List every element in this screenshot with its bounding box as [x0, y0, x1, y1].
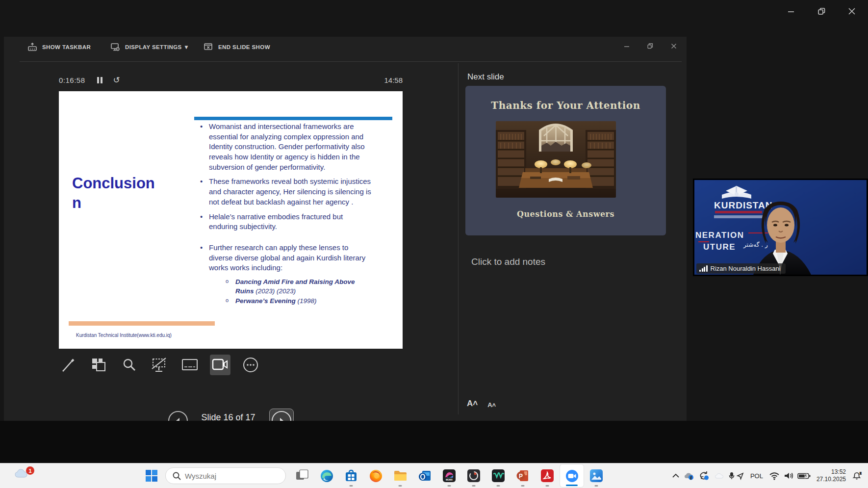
taskbar-app-powerpoint[interactable]: P — [511, 464, 535, 488]
taskbar-app-store[interactable] — [339, 464, 363, 488]
taskbar-app-explorer[interactable] — [388, 464, 412, 488]
tray-time: 13:52 — [817, 468, 846, 476]
presenter-window-controls — [622, 42, 679, 51]
notes-placeholder: Click to add notes — [471, 257, 545, 267]
webcam-overlay[interactable]: KURDISTAN NERATION UTURE ر . گەشتر — [693, 179, 868, 276]
works-list: Dancing Amid Fire and Raising Above Ruin… — [198, 278, 373, 306]
notes-font-buttons: A˄ A˄ — [467, 399, 496, 409]
task-view-button[interactable] — [290, 464, 314, 488]
close-icon[interactable] — [842, 4, 861, 19]
presenter-close-icon[interactable] — [669, 42, 679, 51]
minimize-icon[interactable] — [782, 4, 800, 19]
current-slide[interactable]: Conclusion n Womanist and intersectional… — [59, 91, 403, 349]
next-slide-title: Thanks for Your Attention — [465, 100, 666, 111]
pen-tool-icon[interactable] — [58, 355, 78, 375]
presenter-restore-icon[interactable] — [645, 42, 655, 51]
toolbar-divider — [20, 61, 682, 62]
zoom-slide-icon[interactable] — [119, 355, 139, 375]
captions-icon[interactable] — [179, 355, 200, 375]
display-settings-button[interactable]: DISPLAY SETTINGS ▼ — [110, 43, 189, 51]
more-options-icon[interactable] — [240, 355, 261, 375]
taskbar-app-edge[interactable] — [314, 464, 339, 488]
taskbar-search[interactable] — [165, 467, 286, 484]
current-clock-time: 14:58 — [384, 76, 403, 84]
m365-label: M365 — [446, 478, 453, 481]
participant-name: Rizan Nouraldin Hassani — [711, 265, 781, 272]
notification-badge: 1 — [26, 466, 34, 475]
taskbar-app-firefox[interactable] — [363, 464, 388, 488]
decrease-font-button[interactable]: A˄ — [487, 401, 496, 409]
all-slides-icon[interactable] — [88, 355, 109, 375]
system-tray: i POL 13:52 27.10.2025 z — [672, 463, 862, 488]
sync-icon[interactable] — [698, 471, 710, 481]
black-screen-icon[interactable] — [149, 355, 170, 375]
bullet-1: Womanist and intersectional frameworks a… — [198, 122, 373, 172]
taskbar-app-zoom[interactable] — [560, 464, 584, 488]
end-slide-show-label: END SLIDE SHOW — [218, 44, 270, 50]
battery-icon[interactable] — [797, 472, 811, 480]
camera-toggle-icon[interactable] — [210, 355, 230, 375]
notes-area[interactable]: Click to add notes — [471, 257, 677, 394]
column-divider — [458, 63, 459, 414]
bullet-2: These frameworks reveal both systemic in… — [198, 177, 373, 207]
bullet-4: Further research can apply these lenses … — [198, 243, 373, 273]
svg-text:z: z — [860, 471, 862, 475]
timer-row: 0:16:58 ↺ 14:58 — [59, 76, 403, 84]
taskbar-app-webex[interactable] — [486, 464, 511, 488]
taskbar-app-obs[interactable] — [461, 464, 486, 488]
taskbar-app-photos[interactable] — [584, 464, 609, 488]
library-image — [496, 121, 616, 198]
outer-window-controls — [782, 4, 861, 19]
webcam-video: KURDISTAN NERATION UTURE ر . گەشتر — [694, 180, 867, 275]
next-slide-label: Next slide — [467, 72, 504, 82]
end-slide-show-button[interactable]: END SLIDE SHOW — [204, 43, 270, 51]
wifi-icon[interactable] — [769, 472, 780, 480]
display-settings-icon — [110, 43, 120, 51]
search-input[interactable] — [185, 472, 268, 480]
slide-accent-bar-orange — [69, 321, 215, 326]
bullet-3: Helale’s narrative embodies fractured bu… — [198, 212, 373, 232]
signal-bars-icon — [699, 265, 708, 272]
restore-icon[interactable] — [812, 4, 831, 19]
restart-timer-icon[interactable]: ↺ — [113, 77, 120, 83]
clock-date[interactable]: 13:52 27.10.2025 — [815, 468, 848, 483]
tray-chevron-icon[interactable] — [672, 473, 680, 478]
taskbar-app-outlook[interactable] — [412, 464, 437, 488]
notification-bell-icon[interactable]: z — [851, 471, 862, 481]
pause-timer-icon[interactable] — [97, 77, 102, 83]
presenter-view-window: SHOW TASKBAR DISPLAY SETTINGS ▼ END SLID… — [4, 37, 687, 421]
presenter-minimize-icon[interactable] — [622, 42, 632, 51]
windows-logo-icon — [145, 469, 158, 482]
mic-location-icons[interactable] — [729, 471, 744, 480]
onedrive-info-icon[interactable]: i — [683, 471, 695, 480]
next-slide-subtitle: Questions & Answers — [465, 209, 666, 219]
work-item-2: Perwane’s Evening (1998) — [226, 297, 373, 306]
volume-icon[interactable] — [783, 471, 794, 480]
taskbar-app-acrobat[interactable] — [535, 464, 560, 488]
participant-name-tag: Rizan Nouraldin Hassani — [696, 263, 786, 274]
slide-footer-text: Kurdistan Technical Institute(www.kti.ed… — [76, 333, 172, 338]
elapsed-time: 0:16:58 — [59, 76, 85, 84]
show-taskbar-icon — [27, 43, 37, 51]
show-taskbar-label: SHOW TASKBAR — [42, 44, 91, 50]
widgets-button[interactable]: 1 — [14, 467, 35, 485]
display-settings-label: DISPLAY SETTINGS ▼ — [125, 44, 189, 50]
increase-font-button[interactable]: A˄ — [467, 399, 478, 409]
search-icon — [173, 472, 181, 480]
taskbar: 1 — [0, 463, 868, 488]
tray-date: 27.10.2025 — [817, 476, 846, 483]
end-slide-show-icon — [204, 43, 213, 51]
taskbar-center: M365 P — [142, 463, 609, 488]
show-taskbar-button[interactable]: SHOW TASKBAR — [27, 43, 91, 51]
start-button[interactable] — [142, 466, 161, 486]
taskbar-app-m365-copilot[interactable]: M365 — [437, 464, 461, 488]
presenter-toolbar: SHOW TASKBAR DISPLAY SETTINGS ▼ END SLID… — [4, 37, 687, 61]
language-indicator[interactable]: POL — [748, 472, 766, 480]
onedrive-cloud-icon[interactable] — [714, 472, 725, 480]
slide-bullet-list: Womanist and intersectional frameworks a… — [198, 122, 373, 307]
slide-title: Conclusion n — [72, 174, 180, 213]
desktop-background-band — [0, 421, 868, 463]
next-slide-thumbnail[interactable]: Thanks for Your Attention — [465, 86, 666, 235]
work-item-1: Dancing Amid Fire and Raising Above Ruin… — [226, 278, 373, 296]
svg-text:P: P — [519, 473, 523, 480]
